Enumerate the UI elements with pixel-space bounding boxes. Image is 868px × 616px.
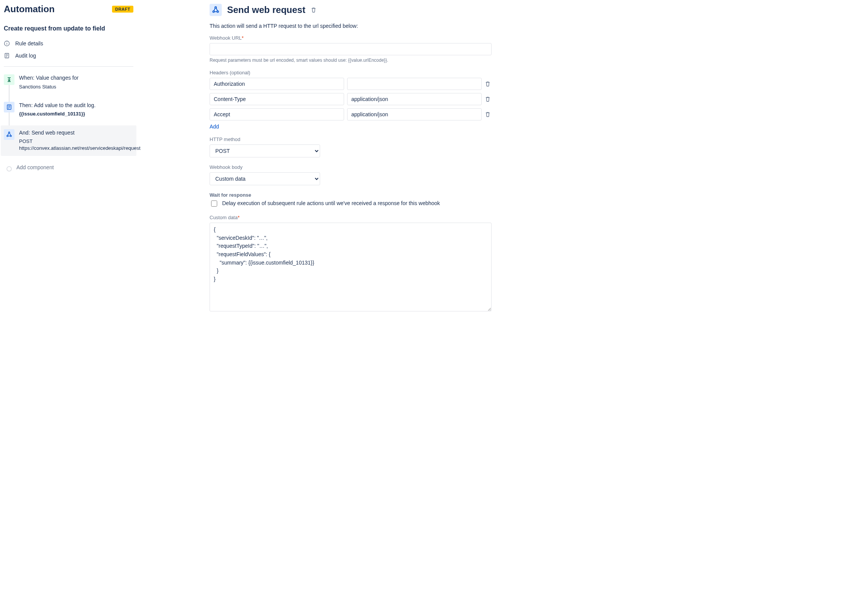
delete-header-button[interactable] <box>485 81 492 87</box>
add-header-button[interactable]: Add <box>210 124 219 130</box>
delay-checkbox[interactable] <box>211 201 217 207</box>
step-detail: {{issue.customfield_10131}} <box>19 111 133 117</box>
webhook-body-label: Webhook body <box>210 164 492 170</box>
wait-response-label: Wait for response <box>210 192 492 198</box>
nav-audit-log[interactable]: Audit log <box>4 50 133 62</box>
nav-label: Audit log <box>15 53 36 59</box>
config-panel: Send web request This action will send a… <box>210 4 492 319</box>
add-component-button[interactable]: Add component <box>4 164 133 172</box>
webhook-url-help: Request parameters must be url encoded, … <box>210 58 492 63</box>
svg-point-17 <box>213 11 214 12</box>
http-method-select[interactable]: POST <box>210 144 320 157</box>
header-row <box>210 93 492 105</box>
step-action-audit-log[interactable]: Then: Add value to the audit log. {{issu… <box>4 102 133 129</box>
http-method-label: HTTP method <box>210 136 492 142</box>
divider <box>4 66 133 67</box>
step-method: POST <box>19 138 141 145</box>
delete-header-button[interactable] <box>485 111 492 117</box>
step-url: https://convex.atlassian.net/rest/servic… <box>19 145 141 152</box>
delete-header-button[interactable] <box>485 96 492 102</box>
step-detail: Sanctions Status <box>19 83 133 90</box>
status-badge: DRAFT <box>112 6 133 13</box>
header-value-input[interactable] <box>347 78 482 90</box>
header-row <box>210 78 492 90</box>
svg-point-14 <box>7 135 8 136</box>
delay-label: Delay execution of subsequent rule actio… <box>222 200 440 206</box>
svg-point-15 <box>10 135 11 136</box>
svg-point-2 <box>6 42 7 42</box>
panel-intro: This action will send a HTTP request to … <box>210 23 492 29</box>
nav-label: Rule details <box>15 40 43 47</box>
webhook-body-select[interactable]: Custom data <box>210 172 320 185</box>
svg-point-19 <box>215 6 216 8</box>
panel-title: Send web request <box>227 5 305 15</box>
rule-sidebar: Automation DRAFT Create request from upd… <box>4 4 133 319</box>
log-icon <box>4 53 10 59</box>
step-trigger[interactable]: When: Value changes for Sanctions Status <box>4 74 133 102</box>
header-name-input[interactable] <box>210 93 344 105</box>
headers-label: Headers (optional) <box>210 70 492 75</box>
rule-name: Create request from update to field <box>4 25 133 32</box>
nav-rule-details[interactable]: Rule details <box>4 37 133 50</box>
custom-data-label: Custom data* <box>210 215 492 220</box>
svg-point-18 <box>217 11 218 12</box>
trigger-icon <box>4 74 14 85</box>
custom-data-textarea[interactable] <box>210 223 492 311</box>
webhook-icon <box>210 4 222 16</box>
svg-point-16 <box>8 132 10 133</box>
webhook-url-label: Webhook URL* <box>210 35 492 41</box>
add-component-label: Add component <box>16 164 54 170</box>
delete-action-button[interactable] <box>311 7 317 13</box>
webhook-icon <box>4 129 14 140</box>
step-title: And: Send web request <box>19 129 141 137</box>
header-row <box>210 108 492 120</box>
info-icon <box>4 40 10 47</box>
log-action-icon <box>4 102 14 112</box>
step-action-webhook[interactable]: And: Send web request POST https://conve… <box>1 125 136 156</box>
header-value-input[interactable] <box>347 93 482 105</box>
webhook-url-input[interactable] <box>210 43 492 55</box>
header-value-input[interactable] <box>347 108 482 120</box>
header-name-input[interactable] <box>210 78 344 90</box>
header-name-input[interactable] <box>210 108 344 120</box>
step-title: When: Value changes for <box>19 74 133 82</box>
page-title: Automation <box>4 4 54 14</box>
add-circle-icon <box>6 166 12 172</box>
step-title: Then: Add value to the audit log. <box>19 102 133 109</box>
